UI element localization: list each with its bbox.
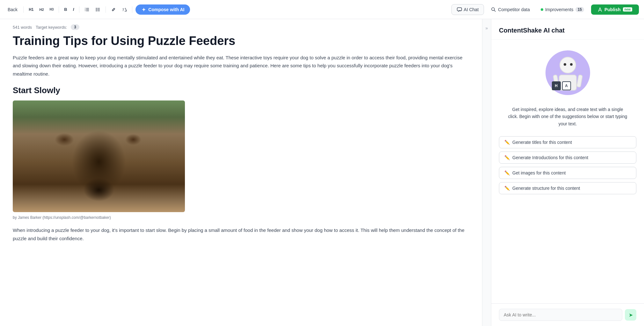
ordered-list-button[interactable]: 1 2 3	[83, 6, 91, 13]
svg-text:3: 3	[85, 10, 86, 11]
divider	[106, 6, 106, 13]
divider	[132, 6, 132, 13]
article-intro[interactable]: Puzzle feeders are a great way to keep y…	[13, 54, 469, 78]
divider	[23, 6, 24, 13]
keywords-count: 3	[71, 24, 79, 30]
improvements-button[interactable]: Improvements 15	[537, 4, 588, 15]
suggestion-titles-button[interactable]: ✏️ Generate titles for this content	[499, 136, 636, 148]
svg-point-8	[96, 10, 97, 11]
block-h: H	[552, 81, 561, 90]
ai-chat-button[interactable]: AI Chat	[451, 4, 484, 15]
link-button[interactable]	[109, 6, 118, 13]
dog-image	[13, 100, 185, 212]
robot-body: H A	[552, 57, 584, 92]
competitor-data-button[interactable]: Competitor data	[487, 4, 534, 15]
ai-chat-icon	[457, 7, 462, 12]
ul-icon	[95, 7, 100, 12]
robot-head	[560, 57, 576, 73]
compose-icon	[141, 7, 146, 12]
pencil-icon: ✏️	[504, 155, 510, 160]
ai-send-button[interactable]: ➤	[625, 309, 636, 321]
suggestion-structure-button[interactable]: ✏️ Generate structure for this content	[499, 182, 636, 194]
search-icon	[491, 7, 496, 12]
back-button[interactable]: Back	[5, 6, 20, 13]
suggestion-introductions-button[interactable]: ✏️ Generate Introductions for this conte…	[499, 152, 636, 164]
clear-format-icon: T	[122, 7, 127, 12]
robot-eye-left	[564, 63, 566, 66]
toolbar-left: Back H1 H2 H3 B I 1 2 3	[5, 4, 449, 15]
main-layout: 541 words Target keywords: 3 Training Ti…	[0, 19, 644, 326]
h2-button[interactable]: H2	[37, 6, 46, 13]
publish-button[interactable]: Publish new	[591, 4, 639, 15]
toolbar: Back H1 H2 H3 B I 1 2 3	[0, 0, 644, 19]
improvements-dot	[541, 8, 543, 11]
svg-point-7	[96, 9, 97, 10]
ai-panel-header: ContentShake AI chat	[491, 19, 644, 40]
chevron-right-icon: »	[486, 26, 488, 31]
new-badge: new	[623, 7, 633, 12]
h1-button[interactable]: H1	[27, 6, 35, 13]
compose-with-ai-button[interactable]: Compose with AI	[135, 4, 190, 15]
robot-arm-right	[576, 74, 583, 88]
italic-button[interactable]: I	[71, 6, 76, 13]
ai-panel: ContentShake AI chat H A Get inspi	[491, 19, 644, 326]
ai-input-area: ➤	[491, 303, 644, 326]
ai-write-input[interactable]	[499, 309, 622, 321]
svg-line-13	[125, 8, 127, 11]
improvements-count: 15	[575, 7, 584, 12]
pencil-icon: ✏️	[504, 170, 510, 175]
editor-area[interactable]: 541 words Target keywords: 3 Training Ti…	[0, 19, 482, 326]
h3-button[interactable]: H3	[48, 6, 56, 12]
ai-description: Get inspired, explore ideas, and create …	[507, 106, 628, 127]
pencil-icon: ✏️	[504, 140, 510, 145]
target-keywords-label: Target keywords:	[36, 25, 67, 30]
article-body[interactable]: When introducing a puzzle feeder to your…	[13, 226, 469, 242]
link-icon	[111, 7, 116, 12]
ai-robot-illustration: H A	[542, 47, 593, 98]
svg-text:T: T	[122, 8, 125, 12]
editor-meta: 541 words Target keywords: 3	[13, 19, 469, 34]
send-icon: ➤	[629, 312, 633, 318]
toolbar-right: AI Chat Competitor data Improvements 15 …	[451, 4, 639, 15]
ol-icon: 1 2 3	[84, 7, 90, 12]
panel-collapse-toggle[interactable]: »	[482, 19, 491, 326]
article-title[interactable]: Training Tips for Using Puzzle Feeders	[13, 34, 469, 48]
unordered-list-button[interactable]	[93, 6, 102, 13]
publish-icon	[597, 7, 603, 12]
divider	[79, 6, 79, 13]
suggestion-images-button[interactable]: ✏️ Get images for this content	[499, 167, 636, 179]
divider	[59, 6, 59, 13]
article-section-h2[interactable]: Start Slowly	[13, 85, 469, 95]
block-a: A	[562, 81, 571, 90]
bold-button[interactable]: B	[62, 6, 69, 13]
ai-panel-body: H A Get inspired, explore ideas, and cre…	[491, 40, 644, 303]
svg-point-6	[96, 8, 97, 9]
image-credit: by James Barker (https://unsplash.com/@b…	[13, 215, 469, 220]
word-count: 541 words	[13, 25, 32, 30]
clear-format-button[interactable]: T	[120, 6, 129, 13]
pencil-icon: ✏️	[504, 186, 510, 191]
article-image	[13, 100, 185, 212]
robot-eye-right	[570, 63, 573, 66]
